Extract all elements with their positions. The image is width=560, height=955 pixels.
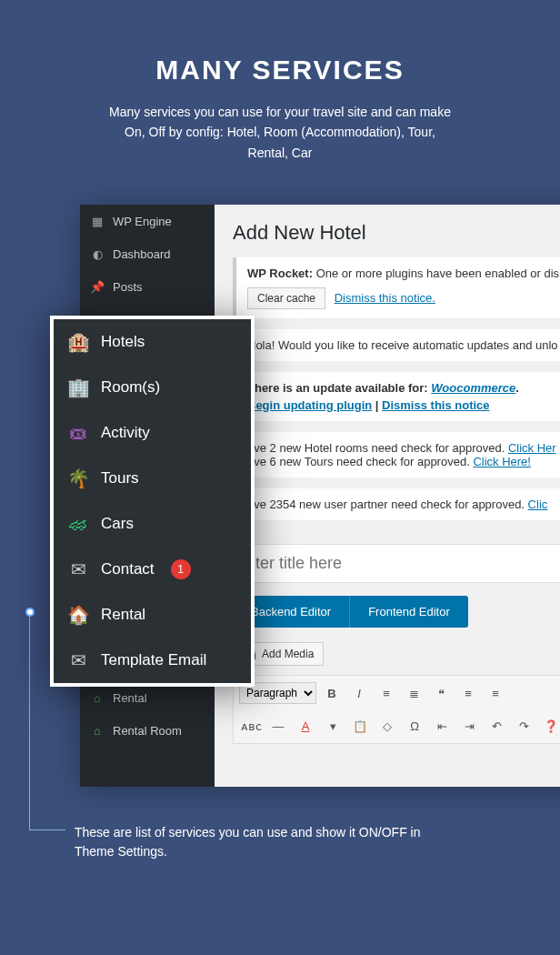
room-icon: 🏢 [68,377,88,397]
editor-mode-buttons: Backend Editor Frontend Editor [233,596,560,628]
sidebar-item-rental-room[interactable]: ⌂ Rental Room [80,714,215,747]
partner-notice: ave 2354 new user partner need check for… [233,488,560,520]
editor-toolbar: Paragraph B I ≡ ≣ ❝ ≡ ≡ ᴀʙᴄ — A ▾ 📋 ◇ Ω … [233,675,560,744]
dashboard-icon: ◐ [89,246,105,262]
page-title: Add New Hotel [233,221,560,245]
woo-link[interactable]: Woocommerce [431,381,515,395]
rocket-notice: WP Rocket: One or more plugins have been… [233,257,560,318]
popup-item-tours[interactable]: 🌴 Tours [54,456,251,501]
popup-item-rooms[interactable]: 🏢 Room(s) [54,365,251,410]
services-popup: 🏨 Hotels 🏢 Room(s) 🎟 Activity 🌴 Tours 🏎 … [50,316,255,687]
wp-content: Add New Hotel WP Rocket: One or more plu… [215,205,560,787]
sidebar-item-dashboard[interactable]: ◐ Dashboard [80,237,215,270]
sidebar-item-wpengine[interactable]: ▦ WP Engine [80,205,215,237]
popup-item-hotels[interactable]: 🏨 Hotels [54,319,251,365]
hotel-icon: 🏨 [68,332,88,352]
align-center-icon[interactable]: ≡ [484,681,507,705]
connector-line-h [29,829,65,830]
pin-icon: 📌 [89,278,105,295]
list-ol-icon[interactable]: ≣ [402,681,425,705]
mail-icon: ✉ [68,650,88,670]
help-icon[interactable]: ❓ [539,714,560,738]
home-icon: ⌂ [89,722,105,739]
dismiss-update-link[interactable]: Dismiss this notice [382,398,489,412]
badge-count: 1 [171,559,191,579]
color-icon[interactable]: A [294,714,317,738]
undo-icon[interactable]: ↶ [485,714,508,738]
mail-icon: ✉ [68,559,88,579]
redo-icon[interactable]: ↷ [512,714,535,738]
hero-section: MANY SERVICES Many services you can use … [0,0,560,190]
hero-subtitle: Many services you can use for your trave… [107,102,453,163]
omega-icon[interactable]: Ω [403,714,426,738]
frontend-editor-button[interactable]: Frontend Editor [350,596,468,628]
hr-icon[interactable]: — [266,714,290,738]
chevron-down-icon[interactable]: ▾ [321,714,345,738]
palm-icon: 🌴 [68,468,88,488]
rooms-notice: ave 2 new Hotel rooms need check for app… [233,432,560,478]
footer-note: These are list of services you can use a… [75,823,438,861]
connector-dot [25,608,35,617]
update-notice: There is an update available for: Woocom… [233,372,560,421]
quote-icon[interactable]: ❝ [429,681,453,705]
clear-cache-button[interactable]: Clear cache [247,287,325,309]
sidebar-item-posts[interactable]: 📌 Posts [80,270,215,303]
popup-item-rental[interactable]: 🏠 Rental [54,592,251,638]
bold-icon[interactable]: B [320,681,344,705]
dismiss-link[interactable]: Dismiss this notice. [335,291,435,305]
home-icon: 🏠 [68,605,88,625]
begin-update-link[interactable]: Begin updating plugin [247,398,372,412]
click-link[interactable]: Click Here! [473,455,531,468]
hero-title: MANY SERVICES [36,55,524,85]
popup-item-activity[interactable]: 🎟 Activity [54,410,251,456]
paste-icon[interactable]: 📋 [348,714,372,738]
home-icon: ⌂ [89,689,105,706]
hola-notice: Hola! Would you like to receive automati… [233,329,560,361]
popup-item-template-email[interactable]: ✉ Template Email [54,638,251,683]
clear-icon[interactable]: ◇ [375,714,399,738]
title-input[interactable] [233,544,560,583]
click-link[interactable]: Clic [528,498,548,511]
connector-line-v [29,617,30,830]
outdent-icon[interactable]: ⇤ [430,714,454,738]
indent-icon[interactable]: ⇥ [457,714,481,738]
strike-icon[interactable]: ᴀʙᴄ [239,714,263,738]
popup-item-contact[interactable]: ✉ Contact 1 [54,547,251,592]
click-link[interactable]: Click Her [508,441,556,455]
popup-item-cars[interactable]: 🏎 Cars [54,501,251,547]
italic-icon[interactable]: I [347,681,371,705]
gauge-icon: 🏎 [68,514,88,534]
list-ul-icon[interactable]: ≡ [375,681,398,705]
grid-icon: ▦ [89,213,105,229]
align-left-icon[interactable]: ≡ [456,681,480,705]
ticket-icon: 🎟 [68,423,88,443]
